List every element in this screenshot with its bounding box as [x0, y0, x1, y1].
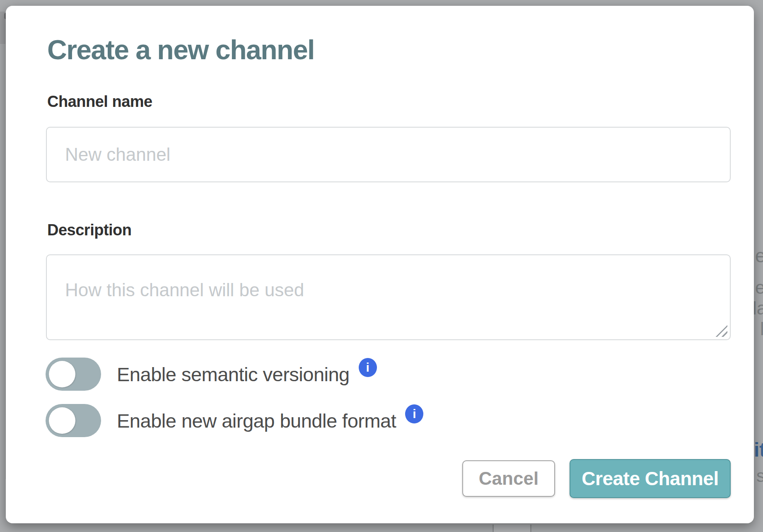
airgap-bundle-label: Enable new airgap bundle format: [117, 409, 396, 432]
airgap-bundle-toggle[interactable]: [46, 404, 101, 437]
background-text-fragment: l: [760, 320, 763, 338]
semantic-versioning-toggle[interactable]: [46, 358, 101, 391]
background-text-fragment: la: [753, 299, 763, 317]
screen: e e la l it s Create a new channel Chann…: [0, 0, 763, 532]
description-label: Description: [47, 221, 132, 239]
semantic-versioning-label: Enable semantic versioning: [117, 363, 350, 386]
background-link-text-fragment: it: [754, 440, 763, 460]
background-text-fragment: e: [755, 246, 763, 265]
info-icon[interactable]: i: [359, 358, 377, 377]
channel-name-label: Channel name: [47, 93, 152, 111]
semantic-versioning-row: Enable semantic versioning i: [46, 357, 377, 391]
cancel-button[interactable]: Cancel: [462, 460, 555, 497]
info-icon[interactable]: i: [405, 404, 423, 423]
create-channel-button[interactable]: Create Channel: [570, 459, 731, 498]
modal-title: Create a new channel: [47, 34, 314, 65]
background-page-element-fragment: [493, 525, 531, 532]
background-text-fragment: s: [756, 467, 763, 485]
airgap-bundle-row: Enable new airgap bundle format i: [46, 404, 423, 438]
create-channel-modal: Create a new channel Channel name Descri…: [6, 6, 754, 523]
description-textarea[interactable]: [46, 254, 731, 340]
background-text-fragment: e: [755, 278, 763, 297]
channel-name-input[interactable]: [46, 127, 731, 182]
toggle-knob: [49, 407, 75, 434]
toggle-knob: [49, 361, 75, 387]
